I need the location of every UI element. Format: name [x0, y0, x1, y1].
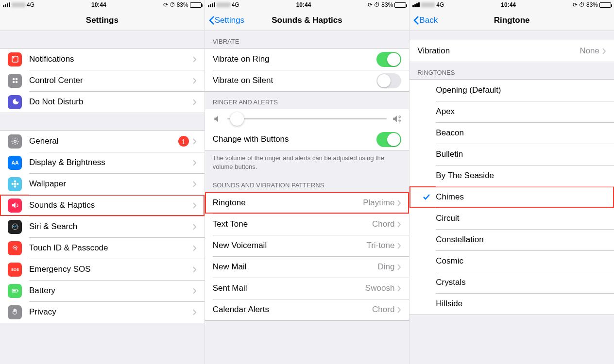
ringtone-row-chimes[interactable]: Chimes: [409, 186, 614, 208]
change-with-buttons-row: Change with Buttons: [205, 129, 409, 150]
svg-point-3: [15, 78, 17, 81]
status-time: 10:44: [296, 1, 311, 8]
cell-label: Apex: [436, 107, 606, 116]
status-bar: 4G 10:44 ⟳ ⏱ 83%: [205, 0, 409, 10]
ringtone-row-cosmic[interactable]: Cosmic: [409, 250, 614, 272]
battery-percent: 83%: [586, 1, 598, 8]
cell-value: None: [580, 46, 599, 56]
settings-row-touch-id-passcode[interactable]: Touch ID & Passcode: [0, 237, 205, 259]
settings-row-wallpaper[interactable]: Wallpaper: [0, 173, 205, 195]
battery-icon: [394, 2, 406, 8]
cell-label: Siri & Search: [29, 222, 193, 232]
badge: 1: [178, 136, 189, 147]
chevron-right-icon: [193, 288, 197, 294]
chevron-right-icon: [193, 266, 197, 273]
sound-row-ringtone[interactable]: RingtonePlaytime: [205, 192, 409, 214]
cell-label: New Voicemail: [213, 241, 367, 250]
ringtone-row-hillside[interactable]: Hillside: [409, 293, 614, 314]
sound-row-text-tone[interactable]: Text ToneChord: [205, 214, 409, 235]
settings-row-siri-search[interactable]: Siri & Search: [0, 216, 205, 237]
signal-icon: [412, 2, 420, 7]
ringtone-row-opening-default-[interactable]: Opening (Default): [409, 80, 614, 101]
chevron-right-icon: [193, 138, 197, 145]
cell-value: Ding: [377, 262, 394, 272]
vibration-row[interactable]: Vibration None: [409, 40, 614, 62]
ringtone-screen: 4G 10:44 ⟳ ⏱ 83% Back Ringtone Vibration…: [409, 0, 614, 364]
status-bar: 4G 10:44 ⟳ ⏱ 83%: [0, 0, 205, 10]
cell-label: Beacon: [436, 128, 606, 138]
ringtone-row-constellation[interactable]: Constellation: [409, 229, 614, 250]
cell-label: Privacy: [29, 307, 193, 317]
chevron-right-icon: [193, 245, 197, 251]
chevron-right-icon: [397, 307, 401, 313]
cell-label: Wallpaper: [29, 179, 193, 189]
lock-rotate-icon: ⟳: [163, 1, 168, 8]
sound-row-sent-mail[interactable]: Sent MailSwoosh: [205, 278, 409, 299]
change-with-buttons-toggle[interactable]: [376, 132, 401, 147]
sound-row-calendar-alerts[interactable]: Calendar AlertsChord: [205, 299, 409, 320]
speaker-low-icon: [213, 114, 222, 124]
carrier-blur: [217, 2, 230, 7]
back-button[interactable]: Settings: [209, 16, 244, 25]
cell-label: New Mail: [213, 262, 378, 272]
status-time: 10:44: [501, 1, 516, 8]
ringtone-row-by-the-seaside[interactable]: By The Seaside: [409, 165, 614, 186]
settings-row-general[interactable]: General1: [0, 131, 205, 152]
settings-row-do-not-disturb[interactable]: Do Not Disturb: [0, 91, 205, 113]
page-title: Settings: [86, 16, 119, 25]
toggle[interactable]: [376, 73, 401, 88]
battery-percent: 83%: [381, 1, 393, 8]
control-center-icon: [8, 74, 22, 88]
ringtone-row-bulletin[interactable]: Bulletin: [409, 144, 614, 165]
ringtone-row-apex[interactable]: Apex: [409, 101, 614, 122]
settings-row-sounds-haptics[interactable]: Sounds & Haptics: [0, 195, 205, 216]
section-footer: The volume of the ringer and alerts can …: [205, 150, 409, 175]
cell-value: Chord: [372, 305, 394, 314]
sound-row-new-voicemail[interactable]: New VoicemailTri-tone: [205, 235, 409, 256]
moon-icon: [8, 95, 22, 109]
volume-slider[interactable]: [227, 118, 387, 119]
back-button[interactable]: Back: [413, 16, 438, 25]
settings-row-control-center[interactable]: Control Center: [0, 70, 205, 91]
cell-label: Vibrate on Silent: [213, 76, 377, 85]
cell-label: Constellation: [436, 235, 606, 245]
network-label: 4G: [232, 1, 239, 8]
cell-label: By The Seaside: [436, 171, 606, 181]
ringtone-row-circuit[interactable]: Circuit: [409, 208, 614, 229]
hand-icon: [8, 305, 22, 319]
vibrate-row: Vibrate on Ring: [205, 49, 409, 70]
ringtone-row-crystals[interactable]: Crystals: [409, 272, 614, 293]
cell-label: Ringtone: [213, 198, 363, 208]
svg-point-5: [15, 81, 17, 83]
cell-label: Cosmic: [436, 256, 606, 266]
cell-label: Vibrate on Ring: [213, 54, 377, 64]
aa-icon: AA: [8, 156, 22, 170]
settings-row-notifications[interactable]: Notifications: [0, 49, 205, 70]
settings-row-privacy[interactable]: Privacy: [0, 301, 205, 323]
sound-row-new-mail[interactable]: New MailDing: [205, 256, 409, 278]
chevron-right-icon: [397, 221, 401, 228]
toggle[interactable]: [376, 52, 401, 67]
checkmark-icon: [423, 193, 430, 201]
cell-label: Change with Buttons: [213, 134, 377, 144]
ringtone-row-beacon[interactable]: Beacon: [409, 122, 614, 144]
cell-label: Emergency SOS: [29, 265, 193, 274]
cell-value: Tri-tone: [366, 241, 394, 250]
settings-group-2: General1AADisplay & BrightnessWallpaperS…: [0, 130, 205, 323]
cell-label: Battery: [29, 286, 193, 296]
chevron-right-icon: [193, 56, 197, 63]
cell-label: Display & Brightness: [29, 158, 193, 167]
vibrate-row: Vibrate on Silent: [205, 70, 409, 91]
svg-text:AA: AA: [11, 160, 19, 165]
settings-row-battery[interactable]: Battery: [0, 280, 205, 301]
fingerprint-icon: [8, 241, 22, 255]
svg-point-11: [11, 183, 14, 185]
svg-point-10: [14, 185, 16, 188]
cell-label: Sent Mail: [213, 283, 365, 293]
settings-row-emergency-sos[interactable]: SOSEmergency SOS: [0, 259, 205, 280]
settings-group-1: NotificationsControl CenterDo Not Distur…: [0, 48, 205, 113]
page-title: Ringtone: [494, 16, 530, 25]
chevron-right-icon: [193, 78, 197, 84]
settings-row-display-brightness[interactable]: AADisplay & Brightness: [0, 152, 205, 173]
network-label: 4G: [27, 1, 34, 8]
